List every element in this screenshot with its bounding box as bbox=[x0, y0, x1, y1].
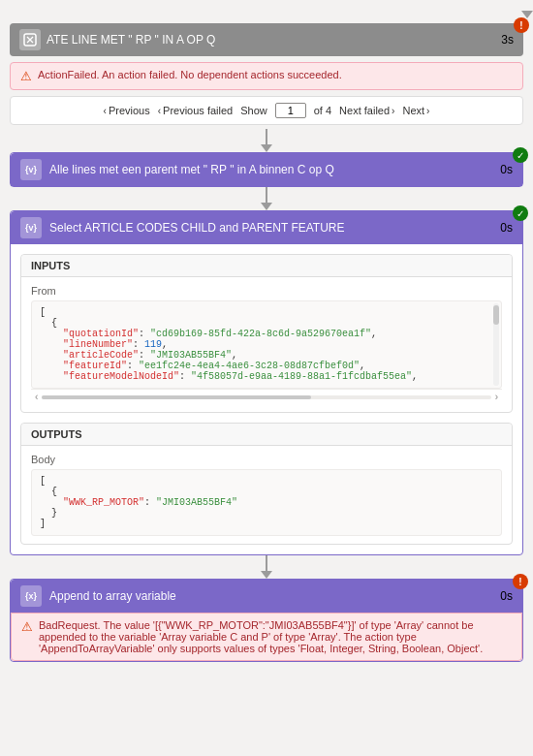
block3-header[interactable]: {x} Append to array variable 0s bbox=[11, 580, 522, 613]
block3-title: Append to array variable bbox=[49, 589, 176, 603]
block3-error-badge: ! bbox=[513, 574, 528, 589]
next-label[interactable]: Next bbox=[402, 105, 424, 116]
prev-label[interactable]: Previous bbox=[109, 105, 150, 116]
block1-icon: {v} bbox=[20, 159, 42, 180]
top-block-timing: 3s bbox=[501, 33, 514, 47]
show-label: Show bbox=[240, 105, 267, 116]
top-block-error-badge: ! bbox=[514, 17, 529, 33]
block1: {v} Alle lines met een parent met " RP "… bbox=[10, 152, 523, 187]
code-block-outputs[interactable]: [ { "WWK_RP_MOTOR": "JMI03AB55BF4" } ] bbox=[31, 469, 502, 536]
block2-success-badge: ✓ bbox=[513, 205, 528, 221]
chevron-left-icon: ‹ bbox=[104, 106, 107, 116]
inputs-header: INPUTS bbox=[21, 255, 512, 277]
inputs-section: INPUTS From [ { "quotationId": "cd69b169… bbox=[20, 254, 513, 413]
block3-timing: 0s bbox=[500, 589, 513, 603]
from-label: From bbox=[31, 285, 502, 297]
block1-success-badge: ✓ bbox=[513, 147, 528, 163]
navigation-bar: ‹ Previous ‹ Previous failed Show of 4 N… bbox=[10, 96, 523, 125]
block2-icon: {v} bbox=[20, 217, 42, 238]
scroll-left-icon[interactable]: ‹ bbox=[35, 392, 38, 402]
block1-header[interactable]: {v} Alle lines met een parent met " RP "… bbox=[11, 153, 522, 186]
next-button[interactable]: Next › bbox=[402, 105, 429, 116]
bad-request-message: BadRequest. The value '[{"WWK_RP_MOTOR":… bbox=[39, 619, 512, 654]
block2-title: Select ARTICLE CODES CHILD and PARENT FE… bbox=[49, 221, 345, 235]
top-block-title: ATE LINE MET " RP " IN A OP Q bbox=[47, 33, 215, 47]
action-failed-bar: ⚠ ActionFailed. An action failed. No dep… bbox=[10, 62, 523, 90]
warn-icon2: ⚠ bbox=[21, 619, 33, 634]
of-label: of 4 bbox=[314, 105, 331, 116]
block1-timing: 0s bbox=[500, 163, 513, 176]
next-failed-label[interactable]: Next failed bbox=[339, 105, 390, 116]
scroll-right-icon[interactable]: › bbox=[495, 392, 498, 402]
code-block-inputs[interactable]: [ { "quotationId": "cd69b169-85fd-422a-8… bbox=[31, 300, 502, 404]
chevron-right-icon2: › bbox=[426, 106, 429, 116]
top-block-icon bbox=[19, 29, 41, 50]
block1-title: Alle lines met een parent met " RP " in … bbox=[49, 163, 334, 176]
next-failed-button[interactable]: Next failed › bbox=[339, 105, 394, 116]
outputs-section: OUTPUTS Body [ { "WWK_RP_MOTOR": "JMI03A… bbox=[20, 423, 513, 545]
prev-failed-label[interactable]: Previous failed bbox=[163, 105, 233, 116]
block3-icon: {x} bbox=[20, 585, 42, 607]
bad-request-bar: ⚠ BadRequest. The value '[{"WWK_RP_MOTOR… bbox=[11, 613, 522, 661]
prev-failed-button[interactable]: ‹ Previous failed bbox=[158, 105, 234, 116]
chevron-left-icon2: ‹ bbox=[158, 106, 161, 116]
warn-icon: ⚠ bbox=[20, 69, 32, 83]
block2-header[interactable]: {v} Select ARTICLE CODES CHILD and PAREN… bbox=[11, 211, 522, 244]
chevron-right-icon: › bbox=[392, 106, 394, 116]
outputs-header: OUTPUTS bbox=[21, 424, 512, 446]
block2: {v} Select ARTICLE CODES CHILD and PAREN… bbox=[10, 210, 523, 555]
block2-timing: 0s bbox=[500, 221, 513, 235]
prev-button[interactable]: ‹ Previous bbox=[104, 105, 150, 116]
page-input[interactable] bbox=[275, 103, 306, 118]
block3: {x} Append to array variable 0s ! ⚠ BadR… bbox=[10, 579, 523, 662]
body-label: Body bbox=[31, 454, 502, 465]
failed-message: ActionFailed. An action failed. No depen… bbox=[38, 69, 342, 80]
